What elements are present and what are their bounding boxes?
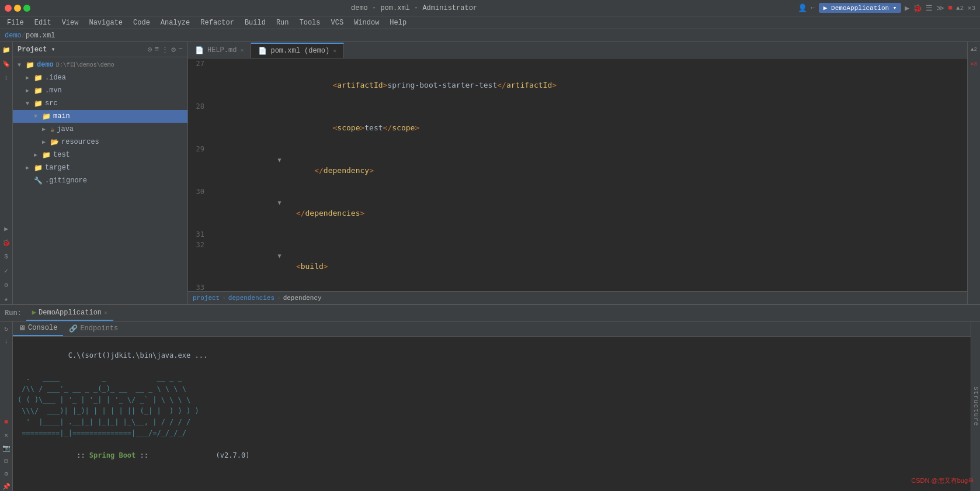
sidebar-debug-icon[interactable]: 🐞 xyxy=(1,237,12,248)
breadcrumb-dependencies[interactable]: dependencies xyxy=(228,295,274,302)
breadcrumb-dependency[interactable]: dependency xyxy=(283,295,322,302)
console-output[interactable]: C.\(sort()jdkit.\bin\java.exe ... . ____… xyxy=(13,337,971,491)
console-toolbar: ↻ ↓ ■ ✕ 📷 ⊟ ⚙ 📌 xyxy=(0,321,13,491)
debug-icon[interactable]: 🐞 xyxy=(913,4,922,13)
console-ascii-4: \\\/ ___)| |_)| | | | | || (_| | ) ) ) ) xyxy=(18,406,966,417)
run-icon[interactable]: ▶ xyxy=(905,4,909,13)
sidebar-run-icon[interactable]: ▶ xyxy=(1,223,12,234)
menu-item-navigate[interactable]: Navigate xyxy=(84,18,127,28)
tree-item-java[interactable]: ▶ ☕ java xyxy=(13,123,187,136)
tree-minimize-icon[interactable]: − xyxy=(178,45,183,54)
console-close-icon[interactable]: ✕ xyxy=(2,430,11,440)
coverage-icon[interactable]: ☰ xyxy=(926,4,933,13)
sidebar-settings-icon[interactable]: ⚙ xyxy=(1,279,12,290)
more-icon[interactable]: ≫ xyxy=(936,4,944,13)
editor-panel: 📄 HELP.md ✕ 📄 pom.xml (demo) ✕ 27 xyxy=(188,42,967,304)
window-title: demo - pom.xml - Administrator xyxy=(30,4,798,12)
tree-sync-icon[interactable]: ⊙ xyxy=(148,45,152,54)
sidebar-favorites-icon[interactable]: ★ xyxy=(1,293,12,304)
console-scroll-down-icon[interactable]: ↓ xyxy=(2,337,11,346)
close-button[interactable] xyxy=(5,5,12,12)
watermark: CSDN @怎又有bug单 xyxy=(911,476,974,485)
right-icon-2[interactable]: ✕3 xyxy=(969,58,979,69)
sidebar-bookmark-icon[interactable]: 🔖 xyxy=(1,58,12,69)
maximize-button[interactable] xyxy=(23,5,30,12)
account-icon[interactable]: 👤 xyxy=(798,4,807,13)
run-label: Run: xyxy=(5,309,22,317)
tree-item-idea[interactable]: ▶ 📁 .idea xyxy=(13,71,187,84)
menu-item-build[interactable]: Build xyxy=(240,18,270,28)
console-pin-icon[interactable]: 📌 xyxy=(2,482,11,491)
tree-item-test[interactable]: ▶ 📁 test xyxy=(13,148,187,161)
run-config-button[interactable]: ▶ DemoApplication ▾ xyxy=(819,3,901,13)
tab-help-md[interactable]: 📄 HELP.md ✕ xyxy=(188,43,251,58)
console-blank xyxy=(18,472,966,483)
file-breadcrumb: pom.xml xyxy=(26,32,55,40)
tree-item-gitignore[interactable]: ▶ 🔧 .gitignore xyxy=(13,174,187,187)
tree-actions: ⊙ ≡ ⋮ ⚙ − xyxy=(148,45,183,54)
code-line-30: 30 ▼ </dependencies> xyxy=(188,186,967,229)
menu-item-run[interactable]: Run xyxy=(272,18,294,28)
console-log-1: 2022-05-25 20:00:00.276 INFO 72304 --- [… xyxy=(18,483,966,491)
close-help-tab[interactable]: ✕ xyxy=(240,47,244,54)
menu-item-help[interactable]: Help xyxy=(385,18,411,28)
code-line-29: 29 ▼ </dependency> xyxy=(188,144,967,186)
console-ascii-3: ( ( )\___ | '_ | '_| | '_ \/ _` | \ \ \ … xyxy=(18,395,966,406)
tree-more-icon[interactable]: ⋮ xyxy=(161,45,169,54)
code-line-28: 28 <scope>test</scope> xyxy=(188,101,967,144)
console-stop-icon[interactable]: ■ xyxy=(2,417,11,427)
tree-item-resources[interactable]: ▶ 📂 resources xyxy=(13,136,187,148)
tree-item-src[interactable]: ▼ 📁 src xyxy=(13,97,187,110)
tree-item-mvn[interactable]: ▶ 📁 .mvn xyxy=(13,84,187,97)
console-reload-icon[interactable]: ↻ xyxy=(2,324,11,333)
breadcrumb-project[interactable]: project xyxy=(193,295,220,302)
menu-item-refactor[interactable]: Refactor xyxy=(196,18,239,28)
tree-item-target[interactable]: ▶ 📁 target xyxy=(13,161,187,174)
console-java-cmd: C.\(sort()jdkit.\bin\java.exe ... xyxy=(18,339,966,372)
notification-badge: ▲2 ✕3 xyxy=(956,4,975,12)
sidebar-git-icon[interactable]: ↕ xyxy=(1,72,12,83)
console-springboot-line: :: Spring Boot :: (v2.7.0) xyxy=(18,439,966,472)
stop-icon[interactable]: ■ xyxy=(948,4,953,12)
structure-label: Structure xyxy=(972,386,979,426)
minimize-button[interactable] xyxy=(14,5,21,12)
file-tree-title: Project ▾ xyxy=(18,45,55,54)
code-line-27: 27 <artifactId>spring-boot-starter-test<… xyxy=(188,58,967,101)
menu-item-vcs[interactable]: VCS xyxy=(326,18,349,28)
menu-item-file[interactable]: File xyxy=(2,18,29,28)
console-ascii-6: =========|_|==============|___/=/_/_/_/ xyxy=(18,428,966,439)
console-camera-icon[interactable]: 📷 xyxy=(2,443,11,452)
file-tree-panel: Project ▾ ⊙ ≡ ⋮ ⚙ − ▼ 📁 demo D:\f目\demos… xyxy=(13,42,188,304)
menu-item-tools[interactable]: Tools xyxy=(295,18,325,28)
close-pom-tab[interactable]: ✕ xyxy=(333,47,336,54)
tree-item-main[interactable]: ▼ 📁 main xyxy=(13,110,187,123)
console-ascii-2: /\\ / ___'_ __ _ _(_)_ __ __ _ \ \ \ \ xyxy=(18,383,966,395)
menu-item-analyze[interactable]: Analyze xyxy=(156,18,194,28)
tree-settings-icon[interactable]: ⚙ xyxy=(171,45,176,54)
console-ascii-5: ' |____| .__|_| |_|_| |_\__, | / / / / xyxy=(18,417,966,428)
sidebar-todo-icon[interactable]: ✓ xyxy=(1,265,12,276)
menu-item-edit[interactable]: Edit xyxy=(30,18,56,28)
editor-content[interactable]: 27 <artifactId>spring-boot-starter-test<… xyxy=(188,58,967,291)
file-tree-header: Project ▾ ⊙ ≡ ⋮ ⚙ − xyxy=(13,42,187,57)
bottom-panel: Run: ▶ DemoApplication ✕ ↻ ↓ ■ ✕ 📷 ⊟ ⚙ 📌 xyxy=(0,304,980,491)
console-split-icon[interactable]: ⊟ xyxy=(2,456,11,465)
sidebar-project-icon[interactable]: 📁 xyxy=(1,44,12,55)
run-app-close[interactable]: ✕ xyxy=(104,309,107,316)
menu-item-window[interactable]: Window xyxy=(349,18,384,28)
sidebar-terminal-icon[interactable]: $ xyxy=(1,251,12,262)
menu-item-view[interactable]: View xyxy=(57,18,84,28)
console-tab[interactable]: 🖥 Console xyxy=(13,321,63,336)
back-icon[interactable]: ← xyxy=(811,4,815,12)
run-app-tab[interactable]: ▶ DemoApplication ✕ xyxy=(26,306,113,321)
endpoints-tab[interactable]: 🔗 Endpoints xyxy=(63,321,124,336)
run-bar: Run: ▶ DemoApplication ✕ xyxy=(0,305,980,321)
menu-item-code[interactable]: Code xyxy=(128,18,155,28)
structure-panel[interactable]: Structure xyxy=(971,321,980,491)
console-settings-icon[interactable]: ⚙ xyxy=(2,469,11,478)
tree-item-demo[interactable]: ▼ 📁 demo D:\f目\demos\demo xyxy=(13,58,187,71)
right-icon-1[interactable]: ▲2 xyxy=(969,44,979,55)
tab-pom-xml[interactable]: 📄 pom.xml (demo) ✕ xyxy=(251,43,344,58)
editor-breadcrumb: project › dependencies › dependency xyxy=(188,291,967,304)
tree-collapse-icon[interactable]: ≡ xyxy=(155,45,159,54)
